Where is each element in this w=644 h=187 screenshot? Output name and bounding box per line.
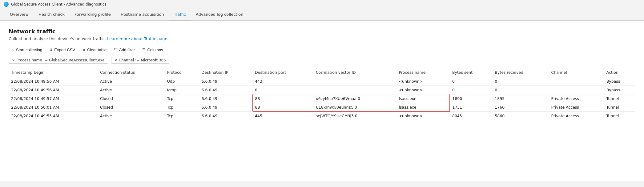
col-header-protocol: Protocol [165, 68, 199, 77]
clear-table-label: Clear table [87, 48, 107, 52]
download-icon: ⬇ [50, 48, 53, 52]
filter-tag[interactable]: ✕Process name != GlobalSecureAccessClien… [9, 57, 108, 64]
filter-close-icon[interactable]: ✕ [115, 58, 117, 62]
table-cell: <unknown> [396, 86, 450, 94]
table-row[interactable]: 22/08/2024 10:49:55 AMActiveTcp6.6.0.494… [9, 112, 635, 120]
times-icon: ✕ [83, 48, 86, 52]
table-cell: Tcp [165, 103, 199, 112]
columns-button[interactable]: ☰ Columns [139, 46, 166, 54]
table-cell: 22/08/2024 10:49:56 AM [9, 77, 98, 86]
table-cell: Private Access [549, 112, 604, 120]
table-cell: lsass.exe [396, 103, 450, 112]
table-cell: u6zyMcb7KUe6Vmaa.0 [313, 94, 396, 103]
table-cell [313, 77, 396, 86]
table-cell: 6.6.0.49 [199, 94, 253, 103]
table-cell: seJWTG/Y9UeCM9j3.0 [313, 112, 396, 120]
table-cell: 0 [252, 86, 313, 94]
table-cell: 1895 [492, 94, 549, 103]
col-header-connection-status: Connection status [98, 68, 165, 77]
filter-label: Process name != GlobalSecureAccessClient… [16, 58, 104, 62]
table-row[interactable]: 22/08/2024 10:50:01 AMClosedTcp6.6.0.498… [9, 103, 635, 112]
export-csv-label: Export CSV [54, 48, 75, 52]
nav-item-health-check[interactable]: Health check [34, 9, 70, 20]
nav-item-overview[interactable]: Overview [5, 9, 34, 20]
add-filter-button[interactable]: ⛉ Add filter [111, 46, 138, 54]
table-cell: 88 [252, 103, 313, 112]
traffic-table: Timestamp beginConnection statusProtocol… [9, 68, 635, 120]
table-cell: Tcp [165, 112, 199, 120]
nav-item-hostname-acquisition[interactable]: Hostname acquisition [116, 9, 169, 20]
col-header-destination-port: Destination port [252, 68, 313, 77]
columns-label: Columns [147, 48, 163, 52]
table-row[interactable]: 22/08/2024 10:49:57 AMClosedTcp6.6.0.498… [9, 94, 635, 103]
table-cell [549, 86, 604, 94]
table-cell: 8045 [450, 112, 492, 120]
table-cell: U18xrnwx/0eunnzC.0 [313, 103, 396, 112]
table-body: 22/08/2024 10:49:56 AMActiveUdp6.6.0.494… [9, 77, 635, 120]
header-row: Timestamp beginConnection statusProtocol… [9, 68, 635, 77]
nav-item-advanced-log-collection[interactable]: Advanced log collection [191, 9, 248, 20]
table-cell: Icmp [165, 86, 199, 94]
filter-icon: ⛉ [114, 48, 118, 52]
table-cell: 1890 [450, 94, 492, 103]
export-csv-button[interactable]: ⬇ Export CSV [46, 46, 78, 54]
filter-label: Channel != Microsoft 365 [119, 58, 166, 62]
table-cell: Active [98, 86, 165, 94]
table-cell: Active [98, 112, 165, 120]
table-cell: 88 [252, 94, 313, 103]
table-cell: 1731 [450, 103, 492, 112]
col-header-bytes-sent: Bytes sent [450, 68, 492, 77]
table-cell: 6.6.0.49 [199, 103, 253, 112]
col-header-process-name: Process name [396, 68, 450, 77]
table-cell: Private Access [549, 94, 604, 103]
table-cell: 0 [492, 86, 549, 94]
table-cell: 5860 [492, 112, 549, 120]
col-header-channel: Channel [549, 68, 604, 77]
filter-bar: ✕Process name != GlobalSecureAccessClien… [9, 57, 635, 64]
table-cell: <unknown> [396, 77, 450, 86]
table-cell: 0 [450, 86, 492, 94]
col-header-action: Action [604, 68, 635, 77]
nav-item-forwarding-profile[interactable]: Forwarding profile [70, 9, 116, 20]
section-title: Network traffic [9, 28, 635, 35]
table-cell: Udp [165, 77, 199, 86]
table-cell: 1760 [492, 103, 549, 112]
start-collecting-button[interactable]: ▷ Start collecting [9, 46, 45, 54]
learn-more-link[interactable]: Learn more about Traffic page [107, 36, 167, 41]
filter-close-icon[interactable]: ✕ [12, 58, 15, 62]
section-desc-text: Collect and analyze this device's networ… [9, 36, 106, 41]
play-icon: ▷ [12, 48, 14, 52]
app-title: Global Secure Access Client - Advanced d… [11, 2, 107, 6]
table-cell: Active [98, 77, 165, 86]
table-cell: 445 [252, 112, 313, 120]
table-wrapper: Timestamp beginConnection statusProtocol… [9, 68, 635, 120]
start-collecting-label: Start collecting [16, 48, 42, 52]
table-cell: Closed [98, 94, 165, 103]
table-row[interactable]: 22/08/2024 10:49:56 AMActiveUdp6.6.0.494… [9, 77, 635, 86]
table-cell: 0 [492, 77, 549, 86]
nav-item-traffic[interactable]: Traffic [169, 9, 191, 20]
table-cell: Tunnel [604, 103, 635, 112]
table-cell: Tcp [165, 94, 199, 103]
col-header-correlation-vector-id: Correlation vector ID [313, 68, 396, 77]
filter-tag[interactable]: ✕Channel != Microsoft 365 [111, 57, 169, 64]
clear-table-button[interactable]: ✕ Clear table [79, 46, 110, 54]
table-cell: 6.6.0.49 [199, 112, 253, 120]
table-cell: 0 [450, 77, 492, 86]
table-cell: Bypass [604, 86, 635, 94]
table-cell: Bypass [604, 77, 635, 86]
col-header-bytes-received: Bytes received [492, 68, 549, 77]
title-bar: Global Secure Access Client - Advanced d… [0, 0, 644, 9]
table-cell: 22/08/2024 10:49:57 AM [9, 94, 98, 103]
table-cell: 22/08/2024 10:49:56 AM [9, 86, 98, 94]
table-cell: 22/08/2024 10:49:55 AM [9, 112, 98, 120]
table-cell: 6.6.0.49 [199, 77, 253, 86]
section-description: Collect and analyze this device's networ… [9, 36, 635, 41]
table-row[interactable]: 22/08/2024 10:49:56 AMActiveIcmp6.6.0.49… [9, 86, 635, 94]
table-cell: Tunnel [604, 112, 635, 120]
table-header: Timestamp beginConnection statusProtocol… [9, 68, 635, 77]
table-cell: lsass.exe [396, 94, 450, 103]
col-header-timestamp-begin: Timestamp begin [9, 68, 98, 77]
table-cell: <unknown> [396, 112, 450, 120]
nav-bar: OverviewHealth checkForwarding profileHo… [0, 9, 644, 21]
